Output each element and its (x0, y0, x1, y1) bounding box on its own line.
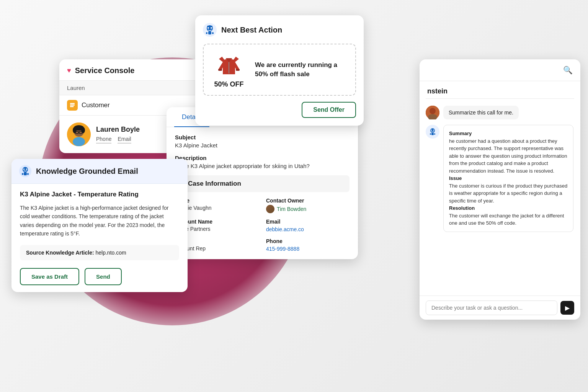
chat-send-button[interactable]: ▶ (560, 301, 574, 315)
svg-rect-19 (206, 32, 207, 34)
case-info-grid: Name Debbie Vaughn Contact Owner Tim Bow… (175, 198, 350, 252)
search-icon[interactable]: 🔍 (563, 65, 573, 75)
discount-badge: 50% OFF (214, 80, 243, 88)
user-avatar (426, 106, 439, 119)
svg-point-37 (26, 168, 28, 170)
agent-name-header: nstein (426, 87, 574, 99)
customer-icon (67, 100, 78, 111)
scene: ♥ Service Console Lauren Customer (0, 0, 588, 392)
contact-owner-field: Contact Owner Tim Bowden (266, 198, 350, 213)
svg-point-30 (433, 130, 434, 131)
svg-point-14 (207, 27, 209, 29)
svg-point-36 (23, 168, 25, 170)
svg-rect-2 (70, 106, 74, 107)
kge-button-row: Save as Draft Send (20, 268, 179, 285)
ai-message-row: Summary he customer had a question about… (426, 125, 574, 232)
kge-card: Knowledge Grounded Email K3 Alpine Jacke… (11, 159, 188, 292)
kge-source-row: Source Knowledge Article: help.nto.com (20, 245, 179, 260)
chat-input[interactable] (426, 301, 557, 315)
svg-rect-38 (24, 172, 27, 175)
summary-text: he customer had a question about a produ… (449, 138, 567, 174)
svg-rect-16 (207, 26, 208, 27)
svg-rect-40 (27, 173, 29, 175)
case-detail-card: Details Feed Related Subject K3 Alpine J… (167, 107, 358, 259)
nba-title: Next Best Action (221, 26, 282, 34)
kge-source-link[interactable]: help.nto.com (96, 250, 126, 256)
svg-rect-0 (70, 103, 75, 104)
ai-avatar (426, 125, 439, 139)
phone-value[interactable]: 415-999-8888 (266, 246, 299, 252)
summary-label: Summary (449, 131, 472, 136)
svg-rect-1 (70, 105, 75, 106)
service-console-tab[interactable]: Lauren (59, 81, 201, 95)
chat-header: 🔍 (420, 59, 580, 81)
svg-point-15 (211, 27, 212, 29)
heart-icon: ♥ (67, 67, 71, 75)
send-button[interactable]: Send (85, 268, 122, 285)
case-info-label: Case Information (188, 180, 241, 188)
service-console-title: Service Console (75, 66, 135, 75)
nba-body: 50% OFF We are currently running a 50% o… (203, 44, 356, 96)
subject-value: K3 Alpine Jacket (175, 142, 350, 149)
svg-point-7 (73, 127, 77, 133)
kge-header: Knowledge Grounded Email (11, 159, 188, 184)
email-label: Email (266, 219, 350, 225)
contact-owner-label: Contact Owner (266, 198, 350, 204)
phone-label: Phone (266, 238, 350, 244)
phone-field: Phone 415-999-8888 (266, 238, 350, 252)
description-value: Is the K3 Alpine jacket appropriate for … (175, 163, 350, 169)
nba-product-image: 50% OFF (210, 51, 248, 89)
nba-offer-text: We are currently running a 50% off flash… (255, 60, 349, 79)
svg-rect-23 (236, 69, 240, 71)
case-body: Subject K3 Alpine Jacket Description Is … (167, 127, 358, 259)
customer-label: Customer (82, 101, 110, 109)
avatar (67, 122, 91, 146)
email-field: Email debbie.acme.co (266, 219, 350, 233)
save-as-draft-button[interactable]: Save as Draft (20, 268, 79, 285)
description-field: Description Is the K3 Alpine jacket appr… (175, 155, 350, 169)
svg-point-8 (81, 127, 85, 133)
description-label: Description (175, 155, 350, 161)
kge-title: Knowledge Grounded Email (36, 167, 138, 176)
chat-messages: nstein Summarize this call for me. (420, 81, 580, 296)
svg-rect-18 (208, 31, 211, 34)
svg-point-29 (431, 130, 432, 131)
issue-text: The customer is curious if the product t… (449, 183, 567, 204)
svg-rect-22 (218, 69, 222, 71)
svg-point-4 (73, 137, 85, 146)
issue-label: Issue (449, 175, 462, 181)
resolution-label: Resolution (449, 205, 475, 211)
phone-link[interactable]: Phone (96, 136, 111, 144)
svg-rect-39 (22, 173, 23, 175)
kge-body: K3 Alpine Jacket - Temperature Rating Th… (11, 184, 188, 292)
ai-message-bubble: Summary he customer had a question about… (443, 125, 573, 232)
svg-rect-20 (212, 32, 214, 34)
next-best-action-card: Next Best Action (195, 15, 364, 126)
svg-rect-32 (430, 133, 431, 135)
contact-owner-avatar (266, 205, 274, 213)
nba-ai-icon (203, 23, 217, 37)
send-offer-button[interactable]: Send Offer (302, 102, 356, 118)
case-info-section-header: ∨ Case Information (175, 175, 350, 192)
kge-article-title: K3 Alpine Jacket - Temperature Rating (20, 191, 179, 198)
resolution-text: The customer will exchange the jacket fo… (449, 213, 564, 226)
subject-field: Subject K3 Alpine Jacket (175, 134, 350, 149)
chat-input-row: ▶ (420, 296, 580, 320)
subject-label: Subject (175, 134, 350, 140)
svg-rect-17 (211, 26, 212, 27)
user-message-row: Summarize this call for me. (426, 106, 574, 119)
email-link[interactable]: Email (118, 136, 131, 144)
kge-content-text: The K3 Alpine jacket is a high-performan… (20, 204, 179, 238)
contact-owner-value[interactable]: Tim Bowden (277, 206, 306, 212)
kge-source-label: Source Knowledge Article: (26, 250, 94, 256)
user-message-text: Summarize this call for me. (443, 106, 519, 119)
service-console-header: ♥ Service Console (59, 59, 201, 81)
svg-rect-33 (434, 133, 435, 135)
email-value[interactable]: debbie.acme.co (266, 226, 304, 232)
chat-panel: 🔍 nstein Summarize this call for me. (420, 59, 580, 320)
svg-point-25 (430, 108, 436, 114)
svg-rect-31 (431, 133, 434, 135)
kge-ai-icon (19, 165, 31, 177)
nba-header: Next Best Action (203, 23, 356, 37)
